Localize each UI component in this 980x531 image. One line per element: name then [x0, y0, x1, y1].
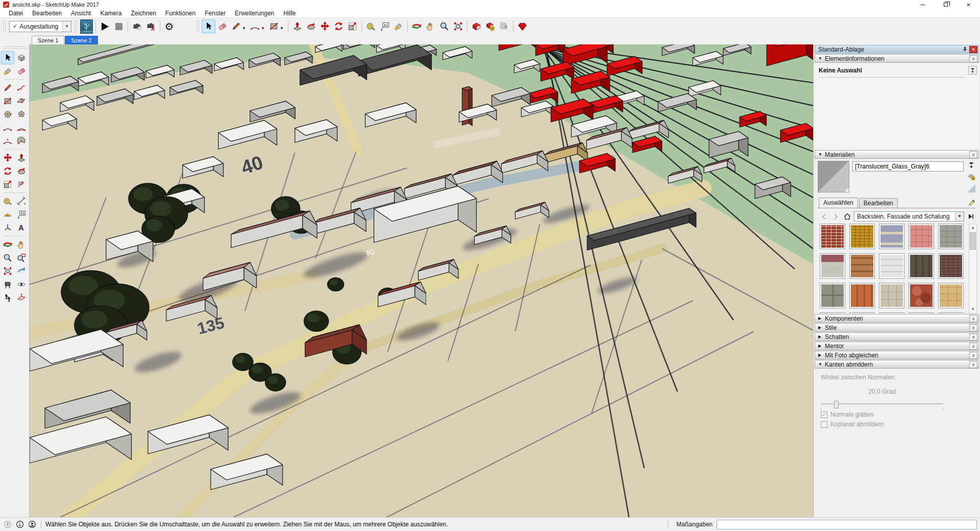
rotate-tool-button[interactable]	[332, 19, 346, 33]
menu-ansicht[interactable]: Ansicht	[66, 10, 95, 17]
orbit-tool-button[interactable]	[410, 19, 424, 33]
material-swatch[interactable]	[820, 283, 845, 308]
style-combobox[interactable]: ✓ Ausgestaltung ▼	[9, 21, 71, 32]
zoom-extents-button[interactable]	[451, 19, 465, 33]
rotate-tool[interactable]	[1, 164, 14, 178]
soften-coplanar-checkbox[interactable]	[821, 421, 827, 428]
secondary-pane-button[interactable]	[967, 161, 975, 169]
tape-measure-button[interactable]	[364, 19, 378, 33]
pushpull-tool[interactable]	[15, 151, 28, 164]
polygon-tool[interactable]	[15, 108, 28, 121]
section-close-button[interactable]: x	[969, 151, 977, 158]
remove-scene-camera-button[interactable]	[144, 19, 158, 33]
extension-warehouse-button[interactable]	[516, 19, 529, 33]
dimension-tool[interactable]	[15, 195, 28, 208]
material-swatch[interactable]	[909, 283, 934, 308]
settings-button[interactable]: ⚙	[162, 19, 176, 33]
in-model-button[interactable]	[842, 212, 852, 221]
move-tool-button[interactable]	[318, 19, 332, 33]
material-swatch[interactable]	[938, 283, 964, 308]
materials-tab-edit[interactable]: Bearbeiten	[859, 198, 898, 208]
axes-tool[interactable]	[1, 221, 14, 234]
material-swatch[interactable]	[909, 253, 934, 279]
material-swatch[interactable]	[849, 253, 875, 279]
measurements-input[interactable]	[717, 520, 977, 529]
eraser-tool-button[interactable]	[215, 19, 229, 33]
orbit-tool[interactable]	[1, 238, 14, 251]
two-point-arc-tool[interactable]	[15, 121, 28, 134]
pushpull-tool-button[interactable]	[290, 19, 304, 33]
3d-warehouse-button[interactable]	[470, 19, 483, 33]
menu-bearbeiten[interactable]: Bearbeiten	[28, 10, 66, 17]
move-tool[interactable]	[1, 151, 14, 164]
material-swatch[interactable]	[849, 312, 875, 313]
scale-tool-button[interactable]	[346, 19, 359, 33]
minimize-button[interactable]	[911, 0, 934, 9]
followme-tool-button[interactable]	[304, 19, 318, 33]
tray-titlebar[interactable]: Standard-Ablage ✕	[815, 45, 979, 54]
protractor-tool[interactable]	[1, 208, 14, 221]
menu-datei[interactable]: Datei	[4, 10, 28, 17]
material-swatch[interactable]	[879, 283, 904, 308]
menu-zeichnen[interactable]: Zeichnen	[126, 10, 160, 17]
category-dropdown-button[interactable]: ▼	[955, 212, 964, 221]
lumion-button[interactable]: LUMION	[80, 19, 93, 33]
material-swatch[interactable]	[879, 224, 904, 249]
back-button[interactable]	[819, 212, 829, 221]
text-tool-button[interactable]	[378, 19, 391, 33]
rotated-rectangle-tool[interactable]	[15, 94, 28, 108]
geolocation-icon[interactable]	[3, 520, 12, 529]
tray-close-button[interactable]: ✕	[969, 46, 977, 53]
forward-button[interactable]	[830, 212, 841, 221]
material-swatch[interactable]	[938, 224, 964, 249]
section-header-components[interactable]: ▶ Komponenten x	[815, 314, 979, 323]
menu-fenster[interactable]: Fenster	[200, 10, 230, 17]
menu-kamera[interactable]: Kamera	[95, 10, 126, 17]
section-close-button[interactable]: x	[969, 361, 977, 368]
three-point-arc-tool[interactable]	[1, 134, 14, 148]
restore-button[interactable]	[934, 0, 957, 9]
followme-tool[interactable]	[15, 164, 28, 178]
material-swatch[interactable]	[938, 312, 964, 313]
section-close-button[interactable]: x	[969, 324, 977, 331]
material-swatch[interactable]	[879, 253, 904, 279]
menu-funktionen[interactable]: Funktionen	[161, 10, 200, 17]
paint-bucket-tool[interactable]	[1, 64, 14, 78]
details-arrow-button[interactable]	[966, 212, 976, 221]
slider-handle[interactable]	[834, 401, 839, 408]
material-swatch[interactable]	[849, 283, 875, 308]
material-swatch[interactable]	[909, 312, 934, 313]
set-default-material-button[interactable]	[967, 184, 975, 192]
position-camera-tool[interactable]	[1, 278, 14, 291]
credits-icon[interactable]	[15, 520, 24, 529]
section-header-materials[interactable]: ▼ Materialien x	[815, 150, 979, 159]
section-close-button[interactable]: x	[969, 333, 977, 341]
play-button[interactable]	[98, 19, 112, 33]
section-header-element-info[interactable]: ▼ Elementinformationen x	[815, 54, 979, 63]
zoom-tool-button[interactable]	[437, 19, 451, 33]
share-model-button[interactable]	[483, 19, 497, 33]
eraser-tool[interactable]	[15, 64, 28, 78]
stop-button[interactable]	[112, 19, 126, 33]
sign-in-icon[interactable]	[28, 520, 37, 529]
section-header-instructor[interactable]: ▶ Mentor x	[815, 342, 979, 350]
freehand-tool[interactable]	[15, 81, 28, 94]
material-name-input[interactable]	[852, 161, 964, 172]
line-tool-button[interactable]	[229, 19, 243, 33]
section-header-shadows[interactable]: ▶ Schatten x	[815, 332, 979, 341]
share-component-button[interactable]	[497, 19, 511, 33]
menu-hilfe[interactable]: Hilfe	[279, 10, 300, 17]
angle-slider[interactable]	[821, 403, 943, 405]
scale-tool[interactable]	[1, 178, 14, 191]
toggle-details-button[interactable]	[968, 66, 977, 75]
materials-scrollbar[interactable]: ▲ ▼	[969, 224, 977, 313]
scene-tab-1[interactable]: Szene 1	[32, 36, 64, 44]
material-swatch[interactable]	[909, 224, 934, 249]
section-close-button[interactable]: x	[969, 352, 977, 359]
material-category-select[interactable]: Backstein, Fassade und Schalung ▼	[854, 211, 964, 222]
material-swatch[interactable]	[849, 224, 875, 249]
circle-tool[interactable]	[1, 108, 14, 121]
walk-tool[interactable]	[1, 291, 14, 304]
offset-tool[interactable]	[15, 178, 28, 191]
section-close-button[interactable]: x	[969, 343, 977, 350]
